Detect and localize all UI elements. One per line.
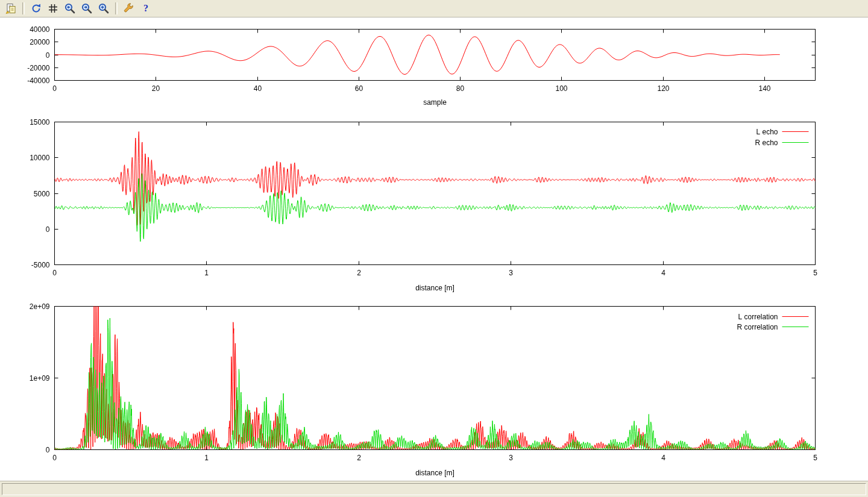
zoom-previous-icon: [64, 2, 76, 14]
plots-canvas[interactable]: [0, 18, 868, 481]
configure-button[interactable]: [121, 1, 137, 16]
help-button[interactable]: ?: [138, 1, 154, 16]
toolbar: ?: [0, 0, 868, 17]
gnuplot-window: ?: [0, 0, 868, 497]
copy-icon: [5, 2, 17, 14]
zoom-next-icon: [81, 2, 93, 14]
status-field: [2, 483, 866, 495]
help-icon: ?: [140, 2, 152, 14]
grid-icon: [47, 2, 59, 14]
zoom-next-button[interactable]: [79, 1, 95, 16]
zoom-previous-button[interactable]: [62, 1, 78, 16]
plot-area: [0, 18, 868, 481]
wrench-icon: [123, 2, 135, 14]
autoscale-icon: [98, 2, 110, 14]
copy-to-clipboard-button[interactable]: [3, 1, 19, 16]
toggle-grid-button[interactable]: [45, 1, 61, 16]
status-bar: [0, 481, 868, 497]
replot-button[interactable]: [28, 1, 44, 16]
svg-text:?: ?: [143, 3, 148, 13]
toolbar-separator: [115, 2, 118, 14]
toolbar-separator: [22, 2, 25, 14]
replot-icon: [30, 2, 42, 14]
autoscale-button[interactable]: [96, 1, 112, 16]
